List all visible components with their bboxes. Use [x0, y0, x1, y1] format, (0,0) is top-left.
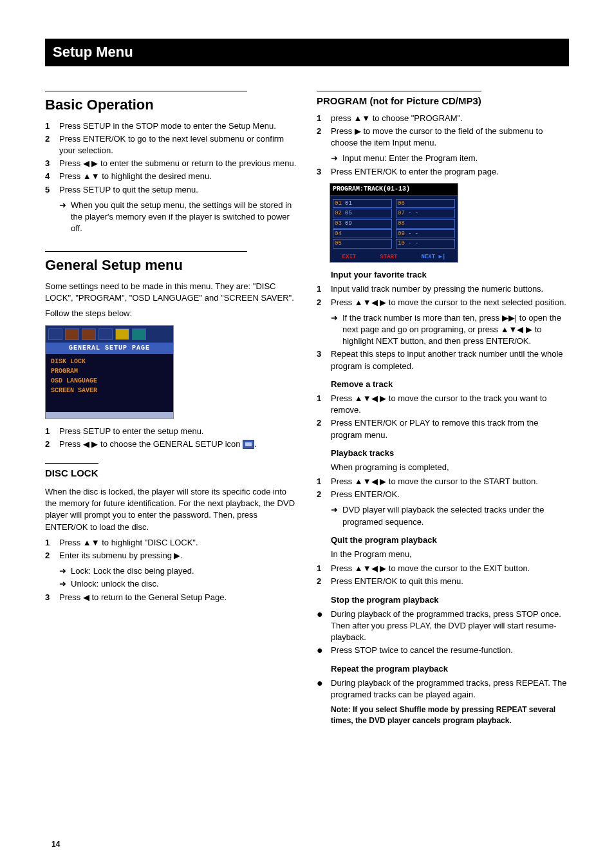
- step-text: Press ENTER/OK to go to the next level s…: [59, 133, 297, 156]
- playback-heading: Playback tracks: [331, 448, 569, 459]
- program-osd: PROGRAM:TRACK(01-13) 0101 0205 0309 04 0…: [330, 183, 458, 263]
- step-text: Press ▲▼◀ ▶ to move the cursor to the ne…: [331, 297, 569, 308]
- step-text: Press ◀ ▶ to choose the GENERAL SETUP ic…: [59, 439, 297, 450]
- osd-foot: EXIT START NEXT ▶|: [330, 252, 458, 263]
- bullet-text: Press STOP twice to cancel the resume-fu…: [331, 645, 569, 656]
- playback-intro: When programing is completed,: [331, 462, 569, 473]
- osd-exit: EXIT: [342, 253, 357, 261]
- step-text: Enter its submenu by pressing ▶.: [59, 550, 297, 561]
- arrow-icon: ➜: [331, 504, 342, 527]
- osd-cell: 10- -: [396, 239, 455, 249]
- general-setup-steps: 1Press SETUP to enter the setup menu. 2P…: [45, 426, 297, 450]
- step-text: Press ▲▼◀ ▶ to move the cursor to the ST…: [331, 476, 569, 487]
- osd-col: 06 07- - 08 09- - 10- -: [396, 198, 455, 249]
- general-setup-icon: [243, 440, 254, 449]
- step-text: Press SETUP to enter the setup menu.: [59, 426, 297, 437]
- step-text: Press ENTER/OK to quit this menu.: [331, 576, 569, 587]
- program-sub: ➜Input menu: Enter the Program item.: [331, 153, 569, 164]
- step-text: Press SETUP in the STOP mode to enter th…: [59, 120, 297, 132]
- step-text: Press ◀ ▶ to enter the submenu or return…: [59, 158, 297, 169]
- osd-tab-icon: [65, 328, 79, 340]
- program-heading: PROGRAM (not for Picture CD/MP3): [317, 91, 481, 108]
- general-intro-1: Some settings need to be made in this me…: [45, 281, 297, 304]
- left-column: Basic Operation 1Press SETUP in the STOP…: [45, 84, 297, 729]
- osd-cell: 09- -: [396, 229, 455, 239]
- right-column: PROGRAM (not for Picture CD/MP3) 1press …: [317, 84, 569, 729]
- arrow-icon: ➜: [331, 153, 342, 164]
- input-fav-sub: ➜If the track number is more than ten, p…: [331, 312, 569, 348]
- step-text: press ▲▼ to choose "PROGRAM".: [331, 113, 569, 124]
- osd-next: NEXT ▶|: [422, 253, 446, 261]
- osd-header: PROGRAM:TRACK(01-13): [330, 184, 458, 196]
- bullet-icon: ●: [317, 609, 331, 644]
- disc-lock-intro: When the disc is locked, the player will…: [45, 486, 297, 533]
- program-steps: 1press ▲▼ to choose "PROGRAM". 2Press ▶ …: [317, 113, 569, 149]
- stop-heading: Stop the program playback: [331, 594, 569, 606]
- input-fav-steps: 1Input valid track number by pressing th…: [317, 283, 569, 308]
- osd-cell: 0101: [333, 199, 392, 209]
- step-text: Press ▲▼ to highlight the desired menu.: [59, 171, 297, 182]
- arrow-icon: ➜: [59, 200, 71, 235]
- osd-body: DISK LOCK PROGRAM OSD LANGUAGE SCREEN SA…: [46, 354, 173, 412]
- input-fav-step3: 3Repeat this steps to input another trac…: [317, 348, 569, 372]
- step-text: Press ENTER/OK.: [331, 489, 569, 500]
- basic-operation-steps: 1Press SETUP in the STOP mode to enter t…: [45, 120, 297, 196]
- bullet-text: During playback of the programmed tracks…: [331, 677, 569, 701]
- step-text: Input valid track number by pressing the…: [331, 283, 569, 295]
- remove-steps: 1Press ▲▼◀ ▶ to move the cursor to the t…: [317, 393, 569, 441]
- osd-cell: 04: [333, 229, 392, 239]
- general-intro-2: Follow the steps below:: [45, 308, 297, 319]
- content-columns: Basic Operation 1Press SETUP in the STOP…: [45, 84, 569, 729]
- osd-cell: 05: [333, 239, 392, 249]
- remove-heading: Remove a track: [331, 379, 569, 390]
- osd-col: 0101 0205 0309 04 05: [333, 198, 392, 249]
- osd-cell: 0309: [333, 219, 392, 229]
- osd-cell: 06: [396, 199, 455, 209]
- general-setup-osd: GENERAL SETUP PAGE DISK LOCK PROGRAM OSD…: [45, 325, 174, 419]
- disc-lock-sub: ➜Unlock: unlock the disc.: [59, 578, 297, 590]
- bullet-icon: ●: [317, 677, 331, 701]
- osd-cell: 07- -: [396, 209, 455, 218]
- step-text: Press ENTER/OK or PLAY to remove this tr…: [331, 417, 569, 440]
- arrow-icon: ➜: [59, 578, 71, 590]
- page-header: Setup Menu: [45, 39, 569, 66]
- page-number: 14: [51, 839, 60, 850]
- program-step3: 3Press ENTER/OK to enter the program pag…: [317, 166, 569, 178]
- step-text: Press ◀ to return to the General Setup P…: [59, 592, 297, 603]
- osd-tabs: [46, 326, 173, 343]
- osd-title: GENERAL SETUP PAGE: [46, 343, 173, 354]
- step-text: Press ▲▼ to highlight "DISC LOCK".: [59, 537, 297, 549]
- osd-start: START: [380, 253, 397, 261]
- step-text: Press SETUP to quit the setup menu.: [59, 184, 297, 196]
- playback-sub: ➜DVD player will playback the selected t…: [331, 504, 569, 527]
- step-text: Press ▲▼◀ ▶ to move the cursor to the tr…: [331, 393, 569, 416]
- arrow-icon: ➜: [59, 565, 71, 577]
- bullet-text: During playback of the programmed tracks…: [331, 609, 569, 644]
- osd-item: OSD LANGUAGE: [51, 377, 168, 386]
- playback-steps: 1Press ▲▼◀ ▶ to move the cursor to the S…: [317, 476, 569, 500]
- osd-tab-icon: [98, 328, 113, 340]
- basic-note: ➜ When you quit the setup menu, the sett…: [59, 200, 297, 235]
- quit-intro: In the Program menu,: [331, 549, 569, 560]
- repeat-heading: Repeat the program playback: [331, 663, 569, 675]
- arrow-icon: ➜: [331, 312, 342, 348]
- osd-tab-icon: [48, 328, 62, 340]
- stop-bullets: ●During playback of the programmed track…: [317, 609, 569, 657]
- osd-tab-icon: [132, 328, 146, 340]
- osd-cell: 0205: [333, 209, 392, 218]
- disc-lock-sub: ➜Lock: Lock the disc being played.: [59, 565, 297, 577]
- osd-grid: 0101 0205 0309 04 05 06 07- - 08 09- - 1…: [330, 196, 458, 252]
- osd-footer: [46, 412, 173, 419]
- disc-lock-heading: DISC LOCK: [45, 463, 98, 480]
- general-setup-heading: General Setup menu: [45, 251, 247, 276]
- step-text: Repeat this steps to input another track…: [331, 348, 569, 372]
- disc-lock-steps: 1Press ▲▼ to highlight "DISC LOCK". 2Ent…: [45, 537, 297, 561]
- disc-lock-step3: 3Press ◀ to return to the General Setup …: [45, 592, 297, 603]
- osd-tab-icon: [82, 328, 96, 340]
- osd-item: SCREEN SAVER: [51, 386, 168, 395]
- input-fav-heading: Input your favorite track: [331, 269, 569, 281]
- osd-tab-icon: [115, 328, 129, 340]
- bullet-icon: ●: [317, 645, 331, 656]
- step-text: Press ▲▼◀ ▶ to move the cursor to the EX…: [331, 563, 569, 574]
- quit-steps: 1Press ▲▼◀ ▶ to move the cursor to the E…: [317, 563, 569, 587]
